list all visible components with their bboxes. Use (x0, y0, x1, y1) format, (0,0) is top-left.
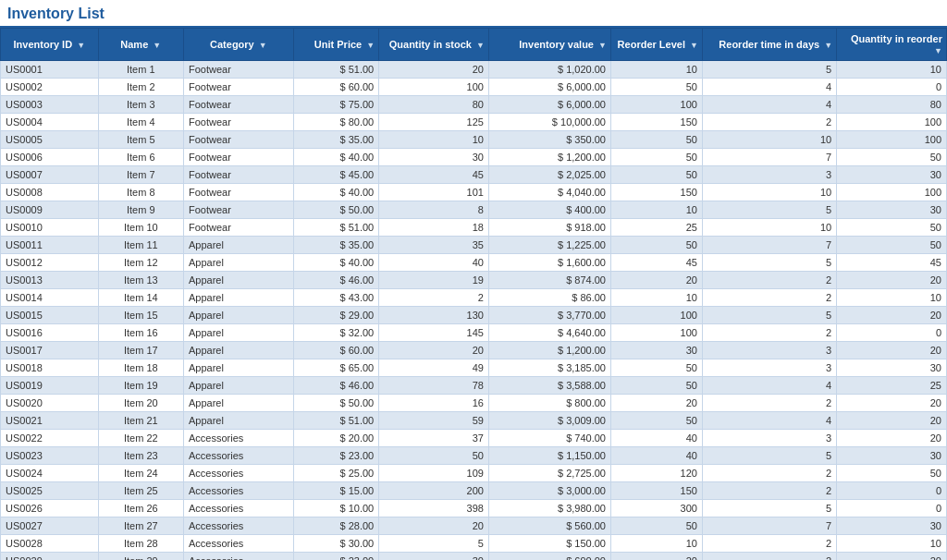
table-cell: 2 (702, 465, 836, 482)
table-row: US0019Item 19Apparel$ 46.0078$ 3,588.005… (1, 377, 947, 395)
table-cell: 30 (837, 201, 947, 219)
col-header-name[interactable]: Name ▼ (98, 29, 183, 61)
table-row: US0005Item 5Footwear$ 35.0010$ 350.00501… (1, 131, 947, 149)
dropdown-arrow-name[interactable]: ▼ (153, 41, 161, 50)
col-header-unit-price[interactable]: Unit Price ▼ (293, 29, 378, 61)
table-cell: 100 (610, 307, 702, 324)
col-header-id[interactable]: Inventory ID ▼ (1, 29, 99, 61)
table-cell: $ 51.00 (293, 412, 378, 430)
table-cell: 3 (702, 359, 836, 377)
table-cell: Item 28 (98, 535, 183, 553)
table-cell: 20 (837, 342, 947, 359)
table-cell: 7 (702, 237, 836, 254)
table-cell: Item 22 (98, 430, 183, 447)
table-cell: Apparel (183, 412, 293, 430)
table-cell: US0015 (1, 307, 99, 324)
dropdown-arrow-id[interactable]: ▼ (77, 41, 85, 50)
table-cell: 10 (837, 289, 947, 307)
col-header-reorder-days[interactable]: Reorder time in days ▼ (702, 29, 836, 61)
table-cell: 145 (379, 324, 489, 342)
table-cell: 50 (610, 149, 702, 166)
col-header-category[interactable]: Category ▼ (183, 29, 293, 61)
table-cell: Apparel (183, 237, 293, 254)
col-header-inv-value[interactable]: Inventory value ▼ (488, 29, 610, 61)
table-cell: Item 1 (98, 61, 183, 79)
table-cell: Item 13 (98, 272, 183, 289)
table-cell: 20 (837, 430, 947, 447)
table-cell: Item 19 (98, 377, 183, 395)
table-cell: US0011 (1, 237, 99, 254)
table-cell: Item 7 (98, 166, 183, 184)
table-cell: 40 (610, 447, 702, 465)
table-cell: Item 11 (98, 237, 183, 254)
table-cell: Apparel (183, 359, 293, 377)
dropdown-arrow-qty-stock[interactable]: ▼ (476, 41, 485, 50)
table-cell: 30 (837, 517, 947, 535)
table-cell: $ 20.00 (293, 430, 378, 447)
table-cell: $ 1,020.00 (488, 61, 610, 79)
col-header-reorder-level[interactable]: Reorder Level ▼ (610, 29, 702, 61)
table-cell: 0 (837, 500, 947, 517)
table-cell: $ 10,000.00 (488, 114, 610, 131)
dropdown-arrow-inv-value[interactable]: ▼ (598, 41, 607, 50)
dropdown-arrow-reorder-level[interactable]: ▼ (690, 41, 698, 50)
table-cell: Footwear (183, 114, 293, 131)
table-cell: $ 75.00 (293, 96, 378, 114)
table-cell: 10 (379, 131, 489, 149)
table-cell: $ 400.00 (488, 201, 610, 219)
table-cell: Item 2 (98, 79, 183, 96)
table-cell: $ 150.00 (488, 535, 610, 553)
table-cell: US0014 (1, 289, 99, 307)
table-cell: 80 (837, 96, 947, 114)
table-cell: 10 (610, 535, 702, 553)
table-cell: 25 (610, 219, 702, 237)
table-row: US0018Item 18Apparel$ 65.0049$ 3,185.005… (1, 359, 947, 377)
table-cell: 5 (702, 500, 836, 517)
table-row: US0011Item 11Apparel$ 35.0035$ 1,225.005… (1, 237, 947, 254)
table-cell: 3 (702, 430, 836, 447)
table-cell: $ 3,185.00 (488, 359, 610, 377)
table-row: US0008Item 8Footwear$ 40.00101$ 4,040.00… (1, 184, 947, 201)
table-row: US0006Item 6Footwear$ 40.0030$ 1,200.005… (1, 149, 947, 166)
inventory-table: Inventory ID ▼ Name ▼ Category ▼ Unit Pr… (0, 28, 947, 560)
table-cell: $ 46.00 (293, 272, 378, 289)
table-cell: 100 (837, 184, 947, 201)
table-cell: 100 (837, 131, 947, 149)
table-cell: $ 40.00 (293, 184, 378, 201)
table-cell: 5 (379, 535, 489, 553)
table-cell: US0029 (1, 553, 99, 560)
table-cell: Accessories (183, 465, 293, 482)
table-cell: $ 60.00 (293, 79, 378, 96)
table-cell: Footwear (183, 201, 293, 219)
col-header-qty-reorder[interactable]: Quantity in reorder ▼ (837, 29, 947, 61)
table-cell: 109 (379, 465, 489, 482)
page-title: Inventory List (0, 0, 947, 28)
dropdown-arrow-category[interactable]: ▼ (259, 41, 267, 50)
table-cell: 125 (379, 114, 489, 131)
table-cell: 10 (702, 219, 836, 237)
table-cell: US0023 (1, 447, 99, 465)
table-cell: 100 (837, 114, 947, 131)
table-cell: 0 (837, 79, 947, 96)
table-cell: Item 8 (98, 184, 183, 201)
table-cell: US0016 (1, 324, 99, 342)
dropdown-arrow-price[interactable]: ▼ (366, 41, 375, 50)
table-cell: 10 (702, 184, 836, 201)
table-cell: $ 51.00 (293, 61, 378, 79)
table-cell: Apparel (183, 254, 293, 272)
table-cell: 20 (379, 517, 489, 535)
table-cell: Item 26 (98, 500, 183, 517)
table-cell: 130 (379, 307, 489, 324)
table-cell: US0024 (1, 465, 99, 482)
table-cell: $ 45.00 (293, 166, 378, 184)
dropdown-arrow-reorder-days[interactable]: ▼ (824, 41, 832, 50)
dropdown-arrow-qty-reorder[interactable]: ▼ (934, 46, 942, 55)
table-cell: $ 690.00 (488, 553, 610, 560)
table-cell: 19 (379, 272, 489, 289)
table-cell: 2 (702, 289, 836, 307)
table-header-row: Inventory ID ▼ Name ▼ Category ▼ Unit Pr… (1, 29, 947, 61)
table-cell: 200 (379, 482, 489, 500)
table-cell: Item 20 (98, 395, 183, 412)
col-header-qty-stock[interactable]: Quantity in stock ▼ (379, 29, 489, 61)
table-cell: 50 (837, 149, 947, 166)
